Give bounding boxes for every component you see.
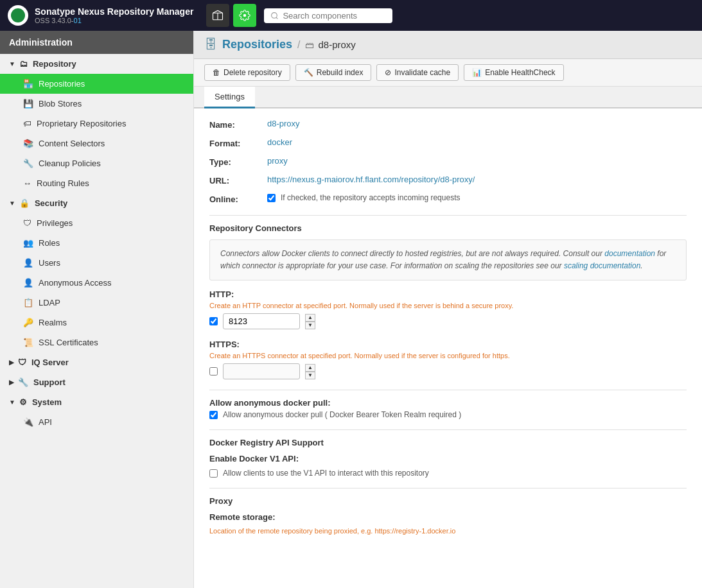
svg-point-3 [272, 12, 277, 18]
sidebar-item-cleanup-policies[interactable]: 🔧 Cleanup Policies [0, 153, 193, 173]
v1-api-checkbox[interactable] [209, 469, 218, 478]
sidebar-item-roles[interactable]: 👥 Roles [0, 233, 193, 253]
type-value: proxy [267, 156, 288, 166]
sidebar-item-ssl-certs[interactable]: 📜 SSL Certificates [0, 333, 193, 352]
sidebar-item-api[interactable]: 🔌 API [0, 412, 193, 432]
sidebar-item-ldap-label: LDAP [39, 298, 60, 307]
sidebar-item-routing-rules[interactable]: ↔ Routing Rules [0, 173, 193, 193]
main-layout: Administration ▼ 🗂 Repository 🏪 Reposito… [0, 31, 702, 588]
sidebar-item-repositories-label: Repositories [39, 79, 85, 89]
sidebar-group-system[interactable]: ▼ ⚙ System [0, 392, 193, 412]
rebuild-index-button[interactable]: 🔨 Rebuild index [295, 64, 372, 81]
breadcrumb-sub-text: d8-proxy [318, 39, 355, 50]
nav-box-icon[interactable] [206, 4, 229, 27]
sidebar-group-repository[interactable]: ▼ 🗂 Repository [0, 54, 193, 74]
sidebar-group-iq[interactable]: ▶ 🛡 IQ Server [0, 352, 193, 372]
support-icon: 🔧 [18, 377, 28, 387]
sidebar-section-repository: ▼ 🗂 Repository 🏪 Repositories 💾 Blob Sto… [0, 54, 193, 193]
iq-server-icon: 🛡 [18, 358, 26, 367]
breadcrumb-repositories[interactable]: Repositories [222, 38, 292, 51]
healthcheck-icon: 📊 [472, 68, 482, 77]
sidebar-group-security[interactable]: ▼ 🔒 Security [0, 193, 193, 213]
sidebar-item-blob-stores[interactable]: 💾 Blob Stores [0, 94, 193, 114]
doc-link[interactable]: documentation [604, 249, 655, 258]
divider-3 [209, 429, 687, 430]
routing-rules-icon: ↔ [23, 178, 31, 188]
topnav-icons [206, 4, 256, 27]
breadcrumb-separator: / [297, 39, 300, 51]
sidebar-item-privileges[interactable]: 🛡 Privileges [0, 213, 193, 233]
https-port-input[interactable] [223, 363, 300, 379]
sidebar-item-repositories[interactable]: 🏪 Repositories [0, 74, 193, 94]
sidebar-section-support: ▶ 🔧 Support [0, 372, 193, 392]
online-checkbox[interactable] [267, 194, 276, 202]
sidebar-group-support-label: Support [33, 377, 66, 387]
http-input-row: ▲ ▼ [209, 313, 687, 329]
divider-1 [209, 215, 687, 216]
v1-api-label: Enable Docker V1 API: [209, 454, 687, 463]
connectors-info-box: Connectors allow Docker clients to conne… [209, 239, 687, 281]
http-spinner: ▲ ▼ [305, 314, 315, 329]
online-label: Online: [209, 193, 267, 204]
sidebar-group-support[interactable]: ▶ 🔧 Support [0, 372, 193, 392]
https-field-group: HTTPS: Create an HTTPS connector at spec… [209, 340, 687, 379]
sidebar-item-ldap[interactable]: 📋 LDAP [0, 293, 193, 313]
https-spinner: ▲ ▼ [305, 364, 315, 379]
sidebar-item-anonymous-access-label: Anonymous Access [39, 278, 111, 288]
users-icon: 👤 [23, 258, 33, 268]
sidebar: Administration ▼ 🗂 Repository 🏪 Reposito… [0, 31, 194, 588]
search-input[interactable] [283, 11, 386, 21]
breadcrumb-sub: 🗃 d8-proxy [305, 39, 355, 50]
sidebar-item-proprietary-repos[interactable]: 🏷 Proprietary Repositories [0, 114, 193, 134]
https-spinner-up[interactable]: ▲ [305, 364, 315, 372]
sidebar-item-api-label: API [39, 417, 52, 427]
online-row: Online: If checked, the repository accep… [209, 193, 687, 207]
scaling-doc-link[interactable]: scaling documentation [564, 261, 640, 270]
cleanup-policies-icon: 🔧 [23, 159, 33, 168]
sidebar-item-content-selectors-label: Content Selectors [39, 139, 105, 148]
repository-group-icon: 🗂 [19, 59, 28, 69]
format-value: docker [267, 137, 292, 147]
format-row: Format: docker [209, 137, 687, 148]
anonymous-docker-checkbox[interactable] [209, 411, 218, 419]
sidebar-group-security-label: Security [35, 198, 67, 208]
format-label: Format: [209, 137, 267, 148]
invalidate-cache-button[interactable]: ⊘ Invalidate cache [376, 64, 459, 81]
http-port-input[interactable] [223, 313, 300, 329]
form-section: Name: d8-proxy Format: docker Type: prox… [194, 108, 702, 545]
anonymous-docker-checkbox-row: Allow anonymous docker pull ( Docker Bea… [209, 410, 687, 419]
ldap-icon: 📋 [23, 298, 33, 307]
sidebar-item-realms[interactable]: 🔑 Realms [0, 313, 193, 333]
sidebar-item-users[interactable]: 👤 Users [0, 253, 193, 273]
roles-icon: 👥 [23, 238, 33, 248]
nav-gear-icon[interactable] [233, 4, 256, 27]
https-input-row: ▲ ▼ [209, 363, 687, 379]
https-spinner-down[interactable]: ▼ [305, 372, 315, 379]
tabs: Settings [194, 87, 702, 108]
http-spinner-up[interactable]: ▲ [305, 314, 315, 322]
http-spinner-down[interactable]: ▼ [305, 322, 315, 329]
tab-settings[interactable]: Settings [204, 87, 255, 108]
search-box[interactable] [264, 8, 392, 23]
arrow-right-icon-support: ▶ [9, 379, 14, 386]
sidebar-item-content-selectors[interactable]: 📚 Content Selectors [0, 134, 193, 153]
invalidate-icon: ⊘ [385, 68, 391, 77]
healthcheck-button-label: Enable HealthCheck [485, 68, 555, 77]
topnav: Sonatype Nexus Repository Manager OSS 3.… [0, 0, 702, 31]
ssl-certs-icon: 📜 [23, 338, 33, 347]
blob-stores-icon: 💾 [23, 99, 33, 108]
http-checkbox[interactable] [209, 317, 218, 325]
repositories-icon: 🏪 [23, 79, 33, 89]
enable-healthcheck-button[interactable]: 📊 Enable HealthCheck [464, 64, 563, 81]
url-value[interactable]: https://nexus.g-maiorov.hf.flant.com/rep… [267, 175, 475, 184]
sidebar-item-privileges-label: Privileges [37, 218, 73, 228]
repo-connectors-title: Repository Connectors [209, 223, 687, 233]
sidebar-item-routing-rules-label: Routing Rules [37, 178, 89, 188]
delete-repository-button[interactable]: 🗑 Delete repository [204, 64, 290, 81]
sidebar-item-anonymous-access[interactable]: 👤 Anonymous Access [0, 273, 193, 293]
https-checkbox[interactable] [209, 367, 218, 376]
svg-line-4 [276, 17, 277, 19]
sidebar-item-proprietary-repos-label: Proprietary Repositories [37, 119, 126, 128]
v1-api-checkbox-row: Allow clients to use the V1 API to inter… [209, 469, 687, 478]
sidebar-item-ssl-certs-label: SSL Certificates [39, 338, 98, 347]
